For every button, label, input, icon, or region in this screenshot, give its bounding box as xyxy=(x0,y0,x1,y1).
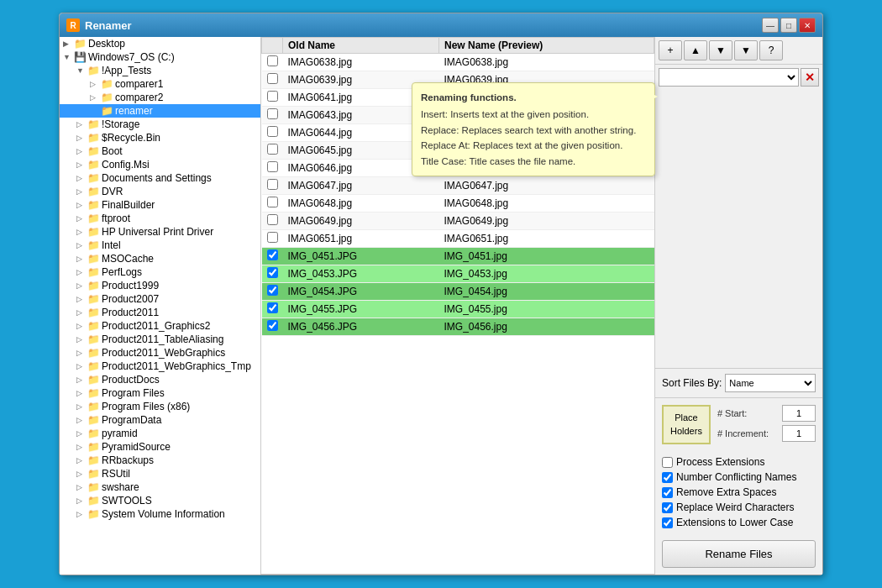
row-checkbox-cell[interactable] xyxy=(262,213,283,230)
row-checkbox[interactable] xyxy=(267,108,278,119)
sidebar-item[interactable]: ▷📁Config.Msi xyxy=(60,158,260,171)
row-checkbox[interactable] xyxy=(267,55,278,66)
maximize-button[interactable]: □ xyxy=(780,18,797,33)
sidebar-item[interactable]: ▷📁DVR xyxy=(60,185,260,198)
row-checkbox[interactable] xyxy=(267,161,278,172)
row-checkbox[interactable] xyxy=(267,91,278,102)
sidebar-item[interactable]: ▷📁Intel xyxy=(60,239,260,252)
sidebar-item[interactable]: ▷📁Documents and Settings xyxy=(60,171,260,185)
table-row[interactable]: IMAG0647.jpg IMAG0647.jpg xyxy=(262,177,654,195)
close-button[interactable]: ✕ xyxy=(799,18,816,33)
replace-weird-checkbox[interactable] xyxy=(662,502,673,513)
table-row[interactable]: IMAG0648.jpg IMAG0648.jpg xyxy=(262,195,654,213)
sidebar-item[interactable]: ▷📁Product2011_TableAliasing xyxy=(60,333,260,346)
row-checkbox-cell[interactable] xyxy=(262,54,283,71)
sidebar-item[interactable]: ▷📁Program Files xyxy=(60,386,260,400)
table-row[interactable]: IMG_0454.JPG IMG_0454.jpg xyxy=(262,283,654,301)
table-row[interactable]: IMG_0456.JPG IMG_0456.jpg xyxy=(262,318,654,336)
sort-dropdown[interactable]: Name xyxy=(725,374,816,392)
row-checkbox-cell[interactable] xyxy=(262,195,283,213)
sidebar-item[interactable]: ▷📁ftproot xyxy=(60,212,260,225)
sidebar-item[interactable]: ▷📁PerfLogs xyxy=(60,265,260,279)
row-checkbox-cell[interactable] xyxy=(262,301,283,318)
sidebar-item[interactable]: ▷📁Product2007 xyxy=(60,292,260,306)
row-checkbox-cell[interactable] xyxy=(262,230,283,248)
process-extensions-checkbox[interactable] xyxy=(662,457,673,468)
sidebar-item[interactable]: ▷📁System Volume Information xyxy=(60,507,260,521)
row-checkbox[interactable] xyxy=(267,179,278,190)
sidebar-item[interactable]: ▷📁Product2011_Graphics2 xyxy=(60,319,260,333)
sidebar-item[interactable]: ▷📁ProductDocs xyxy=(60,373,260,386)
sidebar-item[interactable]: ▶📁Desktop xyxy=(60,37,260,50)
remove-extra-checkbox[interactable] xyxy=(662,487,673,498)
row-checkbox-cell[interactable] xyxy=(262,142,283,160)
sidebar-item[interactable]: ▷📁$Recycle.Bin xyxy=(60,131,260,144)
minimize-button[interactable]: — xyxy=(762,18,779,33)
row-checkbox-cell[interactable] xyxy=(262,71,283,89)
sidebar-item[interactable]: ▷📁SWTOOLS xyxy=(60,494,260,507)
sidebar-item[interactable]: ▷📁comparer2 xyxy=(60,91,260,104)
row-checkbox[interactable] xyxy=(267,197,278,207)
sidebar-item[interactable]: ▷📁FinalBuilder xyxy=(60,198,260,212)
table-row[interactable]: IMG_0453.JPG IMG_0453.jpg xyxy=(262,265,654,283)
table-row[interactable]: IMAG0638.jpg IMAG0638.jpg xyxy=(262,54,654,71)
row-checkbox[interactable] xyxy=(267,249,278,260)
row-checkbox[interactable] xyxy=(267,285,278,296)
sidebar-item[interactable]: 📁renamer xyxy=(60,104,260,118)
row-checkbox-cell[interactable] xyxy=(262,248,283,265)
row-checkbox[interactable] xyxy=(267,214,278,225)
sidebar-item[interactable]: ▷📁RRbackups xyxy=(60,454,260,467)
sidebar-item[interactable]: ▷📁swshare xyxy=(60,480,260,494)
sidebar-item[interactable]: ▷📁Product2011 xyxy=(60,306,260,319)
row-checkbox-cell[interactable] xyxy=(262,107,283,124)
sidebar-item[interactable]: ▷📁ProgramData xyxy=(60,413,260,427)
table-row[interactable]: IMAG0651.jpg IMAG0651.jpg xyxy=(262,230,654,248)
rename-files-button[interactable]: Rename Files xyxy=(662,540,816,568)
sidebar-item[interactable]: ▷📁Product1999 xyxy=(60,279,260,292)
sidebar-item[interactable]: ▷📁comparer1 xyxy=(60,77,260,91)
sidebar-item[interactable]: ▷📁pyramid xyxy=(60,427,260,440)
tree-item-label: ProductDocs xyxy=(102,374,160,386)
sidebar-item[interactable]: ▷📁PyramidSource xyxy=(60,440,260,454)
number-conflicting-checkbox[interactable] xyxy=(662,472,673,483)
row-checkbox-cell[interactable] xyxy=(262,265,283,283)
row-checkbox[interactable] xyxy=(267,232,278,243)
options-button[interactable]: ▼ xyxy=(734,40,758,60)
move-down-button[interactable]: ▼ xyxy=(709,40,732,60)
row-checkbox-cell[interactable] xyxy=(262,177,283,195)
row-checkbox[interactable] xyxy=(267,144,278,155)
placeholders-button[interactable]: Place Holders xyxy=(662,405,711,444)
sidebar-item[interactable]: ▼💾Windows7_OS (C:) xyxy=(60,50,260,64)
row-checkbox[interactable] xyxy=(267,126,278,137)
sidebar-item[interactable]: ▷📁Product2011_WebGraphics_Tmp xyxy=(60,360,260,373)
table-row[interactable]: IMG_0451.JPG IMG_0451.jpg xyxy=(262,248,654,265)
file-tree[interactable]: ▶📁Desktop▼💾Windows7_OS (C:)▼📁!App_Tests▷… xyxy=(60,37,261,575)
row-checkbox[interactable] xyxy=(267,302,278,313)
sidebar-item[interactable]: ▼📁!App_Tests xyxy=(60,64,260,77)
help-button[interactable]: ? xyxy=(759,40,783,60)
sidebar-item[interactable]: ▷📁Boot xyxy=(60,144,260,158)
row-checkbox-cell[interactable] xyxy=(262,89,283,107)
sidebar-item[interactable]: ▷📁!Storage xyxy=(60,118,260,131)
sidebar-item[interactable]: ▷📁MSOCache xyxy=(60,252,260,265)
row-checkbox[interactable] xyxy=(267,267,278,278)
delete-function-button[interactable]: ✕ xyxy=(801,68,819,87)
start-input[interactable] xyxy=(782,405,816,422)
row-checkbox-cell[interactable] xyxy=(262,283,283,301)
row-checkbox[interactable] xyxy=(267,320,278,331)
add-function-button[interactable]: + xyxy=(659,40,682,60)
increment-input[interactable] xyxy=(782,425,816,442)
row-checkbox-cell[interactable] xyxy=(262,160,283,177)
function-dropdown[interactable] xyxy=(659,68,799,87)
sidebar-item[interactable]: ▷📁Program Files (x86) xyxy=(60,400,260,413)
move-up-button[interactable]: ▲ xyxy=(684,40,707,60)
row-checkbox-cell[interactable] xyxy=(262,318,283,336)
sidebar-item[interactable]: ▷📁HP Universal Print Driver xyxy=(60,225,260,239)
sidebar-item[interactable]: ▷📁Product2011_WebGraphics xyxy=(60,346,260,360)
extensions-lower-checkbox[interactable] xyxy=(662,517,673,528)
sidebar-item[interactable]: ▷📁RSUtil xyxy=(60,467,260,480)
row-checkbox-cell[interactable] xyxy=(262,124,283,142)
table-row[interactable]: IMAG0649.jpg IMAG0649.jpg xyxy=(262,213,654,230)
table-row[interactable]: IMG_0455.JPG IMG_0455.jpg xyxy=(262,301,654,318)
row-checkbox[interactable] xyxy=(267,73,278,84)
